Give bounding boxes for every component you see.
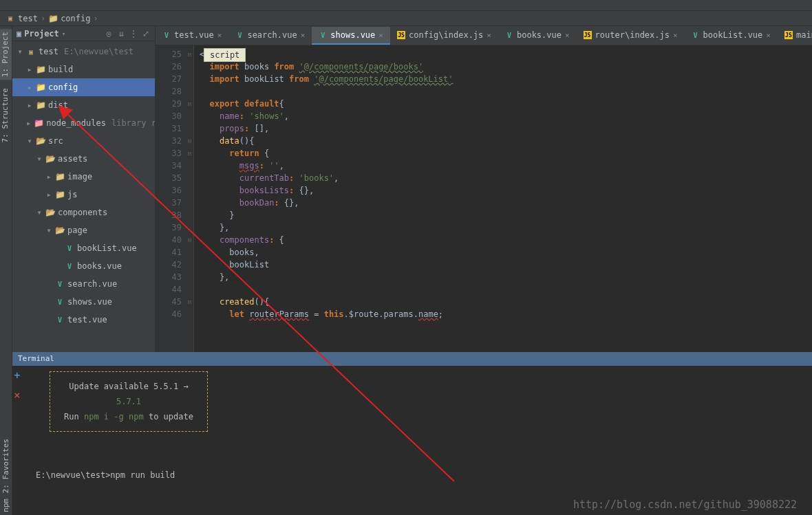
tab-label: router\index.js	[595, 30, 670, 40]
update-notice: Update available 5.5.1 → 5.7.1 Run npm i…	[50, 371, 208, 432]
tab-router-index-js[interactable]: router\index.js ×	[577, 27, 685, 45]
js-icon	[784, 31, 793, 39]
tab-booklist-vue[interactable]: bookList.vue ×	[685, 27, 778, 45]
tree-label: components	[58, 208, 107, 217]
tree-item-test-vue[interactable]: test.vue	[12, 311, 155, 329]
fold-gutter[interactable]: ⊟⊟⊟⊟⊟⊟	[186, 45, 194, 352]
tree-item-booklist-vue[interactable]: bookList.vue	[12, 239, 155, 257]
folder-icon	[36, 65, 45, 74]
collapse-all-icon[interactable]: ⇊	[116, 29, 126, 39]
project-tree[interactable]: test E:\newvue\test build config dist no…	[12, 41, 155, 352]
tree-item-dist[interactable]: dist	[12, 96, 155, 114]
update-new: 5.7.1	[116, 397, 141, 406]
breadcrumb-folder-label: config	[61, 14, 90, 23]
module-icon	[6, 14, 15, 23]
tab-shows-vue[interactable]: shows.vue ×	[312, 27, 390, 45]
folder-icon	[36, 100, 45, 110]
chevron-icon[interactable]	[26, 118, 31, 128]
tree-label: assets	[58, 154, 87, 164]
chevron-icon[interactable]	[45, 190, 52, 199]
tree-item-page[interactable]: page	[12, 221, 155, 239]
close-tab-icon[interactable]: ×	[301, 31, 306, 40]
chevron-icon[interactable]	[26, 65, 33, 74]
close-tab-icon[interactable]: ×	[378, 31, 383, 40]
toolwindow-structure[interactable]: 7: Structure	[0, 85, 12, 145]
breadcrumb-project[interactable]: test	[6, 14, 38, 23]
folder-icon	[55, 172, 65, 182]
tree-item-search-vue[interactable]: search.vue	[12, 275, 155, 293]
tree-label: test	[39, 47, 58, 56]
chevron-icon[interactable]	[26, 100, 33, 110]
tree-item-books-vue[interactable]: books.vue	[12, 257, 155, 275]
tab-label: config\index.js	[409, 30, 483, 40]
tree-item-assets[interactable]: assets	[12, 150, 155, 168]
vue-icon	[319, 31, 327, 39]
line-gutter: 2526272829303132333435363738394041424344…	[156, 45, 186, 352]
context-badge: script	[204, 48, 246, 62]
close-tab-icon[interactable]: ×	[565, 31, 570, 40]
folder-red-icon	[34, 118, 43, 128]
tab-config-index-js[interactable]: config\index.js ×	[390, 27, 498, 45]
tree-item-node-modules[interactable]: node_modules library root	[12, 114, 155, 132]
tree-label: js	[67, 190, 77, 199]
toolwindow-favorites[interactable]: 2: Favorites	[1, 439, 10, 493]
folder-open-icon	[36, 136, 45, 146]
tab-main-js[interactable]: main.js ×	[778, 27, 812, 45]
close-tab-icon[interactable]: ×	[673, 31, 678, 40]
tree-label: node_modules	[46, 118, 106, 128]
folder-icon	[48, 14, 58, 23]
folder-open-icon	[55, 226, 65, 235]
js-icon	[397, 31, 405, 39]
tree-item-test[interactable]: test E:\newvue\test	[12, 43, 155, 61]
code-content[interactable]: <script> import books from '@/components…	[194, 45, 812, 352]
chevron-icon[interactable]	[36, 154, 43, 164]
close-tab-icon[interactable]: ×	[487, 31, 491, 40]
settings-icon[interactable]: ⋮	[129, 29, 138, 39]
dropdown-icon[interactable]: ▾	[62, 30, 65, 37]
tree-item-js[interactable]: js	[12, 186, 155, 204]
project-icon: ▣	[17, 29, 21, 39]
tab-label: bookList.vue	[703, 30, 763, 40]
tree-item-config[interactable]: config	[12, 78, 155, 96]
folder-icon	[55, 190, 65, 199]
tab-test-vue[interactable]: test.vue ×	[156, 27, 228, 45]
project-title: Project	[24, 29, 59, 39]
tab-label: test.vue	[174, 30, 214, 40]
chevron-icon[interactable]	[17, 47, 23, 56]
update-line1: Update available 5.5.1 → 5.7.1	[54, 379, 203, 409]
chevron-icon[interactable]	[36, 208, 43, 217]
chevron-icon[interactable]	[45, 226, 52, 235]
chevron-icon[interactable]	[26, 83, 33, 92]
tab-search-vue[interactable]: search.vue ×	[228, 27, 312, 45]
close-terminal-icon[interactable]: ×	[14, 388, 21, 402]
chevron-icon[interactable]	[26, 136, 33, 146]
tab-label: search.vue	[247, 30, 297, 40]
toolwindow-npm[interactable]: npm	[1, 498, 10, 512]
tree-item-shows-vue[interactable]: shows.vue	[12, 293, 155, 311]
close-tab-icon[interactable]: ×	[766, 31, 771, 40]
folder-open-icon	[45, 154, 55, 164]
breadcrumb-project-label: test	[18, 14, 38, 23]
tree-item-components[interactable]: components	[12, 204, 155, 221]
code-area[interactable]: 2526272829303132333435363738394041424344…	[156, 45, 812, 352]
terminal-title[interactable]: Terminal	[12, 352, 812, 366]
chevron-icon[interactable]	[45, 172, 52, 182]
toolwindow-project[interactable]: 1: Project	[0, 29, 12, 80]
tree-item-image[interactable]: image	[12, 168, 155, 186]
tree-item-src[interactable]: src	[12, 132, 155, 150]
add-terminal-icon[interactable]: +	[14, 369, 21, 382]
editor-tabbar: test.vue × search.vue × shows.vue × conf…	[156, 26, 812, 45]
breadcrumb-folder[interactable]: config	[48, 14, 90, 23]
left-toolstrip-bottom: 2: Favorites npm	[0, 352, 12, 515]
tree-note: library root	[111, 118, 155, 128]
vue-icon	[235, 31, 244, 39]
close-tab-icon[interactable]: ×	[217, 31, 222, 40]
autoscroll-icon[interactable]: ◎	[104, 29, 114, 39]
update-current: Update available 5.5.1 →	[69, 382, 188, 391]
hide-icon[interactable]: ⤢	[141, 29, 151, 39]
tab-books-vue[interactable]: books.vue ×	[498, 27, 577, 45]
terminal-body[interactable]: + × Update available 5.5.1 → 5.7.1 Run n…	[12, 366, 812, 515]
tree-item-build[interactable]: build	[12, 61, 155, 78]
project-pane: ▣ Project ▾ ◎ ⇊ ⋮ ⤢ test E:\newvue\test …	[12, 26, 156, 352]
vue-icon	[162, 31, 171, 39]
